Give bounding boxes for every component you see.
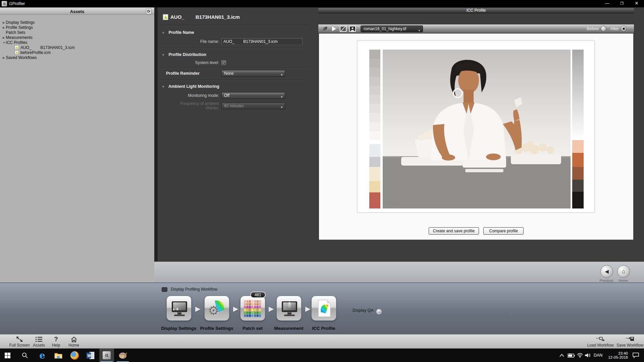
sidebar-item-patch-sets[interactable]: Patch Sets — [0, 30, 154, 35]
assets-panel-header: Assets ⟳ — [0, 8, 154, 15]
load-workflow-button[interactable]: Load Workflow — [585, 336, 615, 348]
assets-button[interactable]: Assets — [30, 336, 48, 348]
home-button[interactable]: ⌂ — [617, 265, 630, 278]
icc-profile-panel-header: ICC Profile — [318, 8, 634, 13]
help-button[interactable]: ? Help — [49, 336, 63, 348]
section-profile-name[interactable]: ▼ Profile Name — [158, 28, 309, 37]
profile-reminder-dropdown[interactable]: None ▼ — [221, 70, 285, 77]
window-titlebar: i1 i1Profiler — ❐ ✕ — [0, 0, 644, 7]
assets-tree: ▶ Display Settings ▶ Profile Settings Pa… — [0, 20, 154, 60]
gray-step-patch — [369, 86, 380, 95]
restore-button[interactable]: ❐ — [614, 0, 629, 7]
after-label: After — [610, 26, 619, 31]
app-toolbar: Full Screen Assets ? Help Home Load Work… — [0, 334, 644, 349]
close-button[interactable]: ✕ — [629, 0, 644, 7]
section-expanded-icon[interactable]: ▼ — [162, 53, 165, 57]
test-image-icon[interactable] — [349, 25, 357, 32]
clock[interactable]: 23:40 12-05-2018 — [606, 349, 628, 362]
workflow-step-label: ICC Profile — [302, 326, 345, 331]
profile-reminder-label: Profile Reminder — [158, 71, 221, 76]
previous-button[interactable]: ◀ — [600, 265, 613, 278]
full-screen-button[interactable]: Full Screen — [6, 336, 33, 348]
file-name-input[interactable] — [221, 38, 303, 45]
i1profiler-taskbar-icon[interactable]: i1 — [99, 349, 114, 362]
dropdown-value: None — [224, 71, 234, 76]
tray-chevron-icon[interactable] — [559, 349, 564, 362]
section-expanded-icon[interactable]: ▼ — [162, 85, 165, 88]
firefox-icon[interactable] — [67, 349, 82, 362]
sidebar-item-measurements[interactable]: ▶ Measurements — [0, 35, 154, 40]
chevron-right-icon[interactable]: ▶ — [0, 20, 5, 25]
section-expanded-icon[interactable]: ▼ — [162, 31, 165, 35]
gray-step-patch — [369, 68, 380, 77]
before-radio[interactable] — [601, 26, 606, 32]
gradient-play-icon[interactable] — [330, 25, 338, 32]
wifi-icon[interactable] — [577, 349, 583, 362]
word-icon[interactable]: W — [83, 349, 98, 362]
workflow-step-icc-profile[interactable] — [311, 296, 336, 321]
chevron-right-icon[interactable]: ▶ — [0, 55, 5, 60]
color-patch — [572, 153, 584, 167]
full-screen-label: Full Screen — [6, 343, 33, 348]
workflow-step-patch-set[interactable] — [240, 296, 265, 321]
gray-step-patch — [369, 122, 380, 131]
gray-wedge-icon[interactable] — [321, 25, 329, 32]
color-patch — [572, 167, 584, 180]
compare-profile-button[interactable]: Compare profile — [483, 227, 524, 235]
volume-icon[interactable] — [585, 349, 591, 362]
tone-curve-icon[interactable] — [340, 25, 348, 32]
workflow-step-measurement[interactable] — [276, 296, 302, 321]
chevron-down-icon[interactable]: ▼ — [0, 40, 5, 45]
chevron-right-icon[interactable]: ▶ — [0, 25, 5, 30]
preview-buttons: Create and save profile Compare profile — [319, 227, 633, 235]
workflow-step-display-settings[interactable]: ◐☀ — [166, 296, 192, 321]
action-center-icon[interactable] — [633, 349, 639, 362]
test-image-frame: © bvdm — [357, 41, 595, 213]
workflow-title: Display Profiling Workflow — [162, 287, 217, 292]
dropdown-arrow-icon: ▼ — [280, 94, 283, 100]
search-icon[interactable] — [17, 349, 32, 362]
sidebar-item-before-profile[interactable]: beforeProfile.icm — [0, 50, 154, 55]
color-patch — [369, 144, 380, 157]
refresh-icon[interactable]: ⟳ — [146, 9, 152, 14]
selected-image-name: roman16_01_highkey.tif — [364, 26, 406, 31]
home-toolbar-button[interactable]: Home — [64, 336, 83, 348]
file-explorer-icon[interactable] — [51, 349, 66, 362]
start-button[interactable] — [0, 349, 15, 362]
save-workflow-button[interactable]: Save Workflow — [615, 336, 644, 348]
after-radio[interactable] — [621, 26, 627, 32]
workflow-arrow-icon: ▶ — [195, 305, 200, 313]
app-icon: i1 — [2, 1, 7, 6]
test-image-select[interactable]: roman16_01_highkey.tif ▼ — [361, 25, 423, 32]
sidebar-item-icc-profiles[interactable]: ▼ ICC Profiles — [0, 40, 154, 45]
workflow-step-profile-settings[interactable]: ⚙ — [204, 296, 229, 321]
create-save-profile-button[interactable]: Create and save profile — [429, 227, 479, 235]
profile-title: AUO_ B173HAN01_3.icm — [158, 13, 309, 23]
chevron-right-icon[interactable]: ▶ — [0, 35, 5, 40]
monitoring-mode-dropdown[interactable]: Off ▼ — [221, 92, 285, 99]
section-profile-distribution[interactable]: ▼ Profile Distribution — [158, 50, 309, 59]
section-ambient-light[interactable]: ▼ Ambient Light Monitoring — [158, 82, 309, 91]
battery-icon[interactable] — [568, 349, 575, 362]
system-level-row: System level: ✓ — [158, 60, 309, 65]
display-qa-label: Display QA — [353, 308, 373, 313]
system-level-checkbox[interactable]: ✓ — [221, 60, 226, 65]
workflow-arrow-icon: ▶ — [305, 305, 310, 313]
icc-file-icon — [163, 14, 168, 20]
sidebar-item-saved-workflows[interactable]: ▶ Saved Workflows — [0, 55, 154, 60]
svg-text:W: W — [88, 354, 91, 358]
sidebar-item-profile-settings[interactable]: ▶ Profile Settings — [0, 25, 154, 30]
edge-icon[interactable]: e — [35, 349, 50, 362]
language-indicator[interactable]: DAN — [594, 349, 602, 362]
minimize-button[interactable]: — — [600, 0, 614, 7]
divider — [158, 25, 309, 26]
sidebar-item-auo-profile[interactable]: AUO_ B173HAN01_3.icm — [0, 45, 154, 50]
sidebar-item-display-settings[interactable]: ▶ Display Settings — [0, 20, 154, 25]
divider — [158, 68, 309, 68]
dropdown-arrow-icon: ▼ — [280, 72, 283, 78]
icc-file-icon — [15, 50, 19, 55]
paint-icon[interactable] — [115, 349, 130, 362]
before-label: Before — [587, 26, 598, 31]
display-qa-link[interactable]: Display QA → — [353, 308, 382, 314]
tree-item-label: Profile Settings — [6, 25, 33, 30]
